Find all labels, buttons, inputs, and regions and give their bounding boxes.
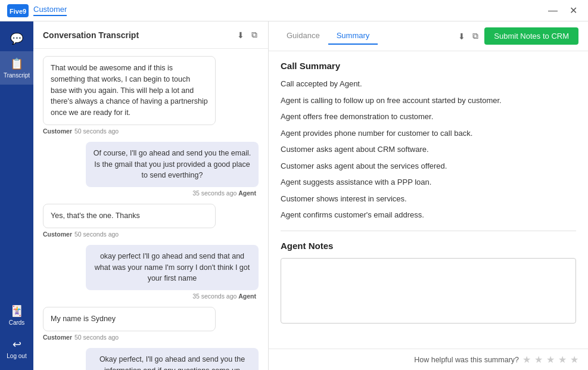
tab-label[interactable]: Customer — [33, 5, 67, 16]
submit-notes-button[interactable]: Submit Notes to CRM — [484, 27, 578, 45]
bubble-agent: Okay perfect, I'll go ahead and send you… — [86, 348, 259, 370]
msg-meta-customer: Customer50 seconds ago — [43, 231, 259, 238]
star-5[interactable]: ★ — [570, 354, 578, 365]
cards-icon: 🃏 — [10, 304, 23, 318]
transcript-actions: ⬇ ⧉ — [236, 29, 259, 41]
summary-item: Agent provides phone number for customer… — [281, 128, 576, 139]
close-button[interactable]: ✕ — [566, 4, 581, 17]
bubble-customer: That would be awesome and if this is som… — [43, 56, 216, 125]
five9-logo: Five9 — [7, 4, 29, 17]
main-layout: 💬 📋 Transcript 🃏 Cards ↩ Log out Convers… — [0, 21, 588, 370]
summary-item: Agent is calling to follow up on free ac… — [281, 95, 576, 107]
bubble-agent: Of course, I'll go ahead and send you th… — [86, 142, 259, 187]
sidebar-item-cards[interactable]: 🃏 Cards — [0, 299, 33, 332]
tab-summary[interactable]: Summary — [328, 27, 378, 45]
sidebar-item-chat[interactable]: 💬 — [0, 26, 33, 51]
sidebar-item-cards-label: Cards — [9, 319, 25, 326]
sidebar-item-logout[interactable]: ↩ Log out — [0, 332, 33, 365]
message-group: Of course, I'll go ahead and send you th… — [43, 142, 259, 197]
star-4[interactable]: ★ — [558, 354, 567, 365]
star-3[interactable]: ★ — [546, 354, 555, 365]
divider — [281, 231, 576, 231]
rating-label: How helpful was this summary? — [414, 356, 519, 364]
sidebar: 💬 📋 Transcript 🃏 Cards ↩ Log out — [0, 21, 33, 370]
right-actions: ⬇ ⧉ Submit Notes to CRM — [457, 27, 578, 45]
svg-text:Five9: Five9 — [10, 8, 26, 15]
message-group: okay perfect I'll go ahead and send that… — [43, 245, 259, 300]
right-content: Call Summary Call accepted by Agent.Agen… — [269, 51, 588, 349]
transcript-panel: Conversation Transcript ⬇ ⧉ That would b… — [33, 21, 269, 370]
message-group: Okay perfect, I'll go ahead and send you… — [43, 348, 259, 370]
title-bar-actions: — ✕ — [545, 4, 581, 17]
sidebar-item-transcript-label: Transcript — [4, 72, 30, 79]
rating-footer: How helpful was this summary? ★ ★ ★ ★ ★ — [269, 349, 588, 370]
right-header: Guidance Summary ⬇ ⧉ Submit Notes to CRM — [269, 21, 588, 51]
title-bar-left: Five9 Customer — [7, 4, 67, 17]
summary-item: Customer shows interest in services. — [281, 193, 576, 205]
sidebar-item-transcript[interactable]: 📋 Transcript — [0, 51, 33, 85]
summary-copy-button[interactable]: ⧉ — [471, 30, 480, 42]
summary-download-button[interactable]: ⬇ — [457, 30, 466, 42]
transcript-title: Conversation Transcript — [43, 30, 139, 40]
agent-notes-input[interactable] — [281, 258, 576, 324]
msg-meta-customer: Customer50 seconds ago — [43, 334, 259, 341]
chat-area: That would be awesome and if this is som… — [33, 49, 268, 370]
agent-notes-title: Agent Notes — [281, 241, 576, 251]
summary-items: Call accepted by Agent.Agent is calling … — [281, 78, 576, 221]
summary-item: Agent offers free demonstration to custo… — [281, 111, 576, 123]
transcript-download-button[interactable]: ⬇ — [236, 29, 245, 41]
sidebar-item-logout-label: Log out — [7, 353, 26, 359]
bubble-agent: okay perfect I'll go ahead and send that… — [86, 245, 259, 290]
chat-icon: 💬 — [10, 32, 23, 45]
summary-item: Customer asks agent about CRM software. — [281, 144, 576, 156]
msg-meta-agent: 35 seconds ago Agent — [43, 293, 259, 300]
summary-item: Call accepted by Agent. — [281, 78, 576, 90]
star-1[interactable]: ★ — [522, 354, 531, 365]
logout-icon: ↩ — [13, 338, 21, 351]
message-group: That would be awesome and if this is som… — [43, 56, 259, 135]
bubble-customer: Yes, that's the one. Thanks — [43, 204, 216, 228]
title-bar: Five9 Customer — ✕ — [0, 0, 588, 21]
transcript-copy-button[interactable]: ⧉ — [250, 29, 259, 41]
transcript-header: Conversation Transcript ⬇ ⧉ — [33, 21, 268, 49]
right-panel: Guidance Summary ⬇ ⧉ Submit Notes to CRM… — [269, 21, 588, 370]
summary-item: Agent suggests assistance with a PPP loa… — [281, 176, 576, 188]
msg-meta-customer: Customer50 seconds ago — [43, 128, 259, 135]
summary-item: Agent confirms customer's email address. — [281, 209, 576, 221]
call-summary-title: Call Summary — [281, 61, 576, 71]
message-group: My name is SydneyCustomer50 seconds ago — [43, 307, 259, 341]
star-2[interactable]: ★ — [534, 354, 543, 365]
summary-item: Customer asks agent about the services o… — [281, 160, 576, 172]
message-group: Yes, that's the one. ThanksCustomer50 se… — [43, 204, 259, 238]
bubble-customer: My name is Sydney — [43, 307, 216, 331]
minimize-button[interactable]: — — [545, 4, 561, 17]
tab-guidance[interactable]: Guidance — [278, 27, 328, 45]
tabs: Guidance Summary — [278, 27, 378, 45]
transcript-icon: 📋 — [10, 57, 23, 70]
msg-meta-agent: 35 seconds ago Agent — [43, 189, 259, 197]
